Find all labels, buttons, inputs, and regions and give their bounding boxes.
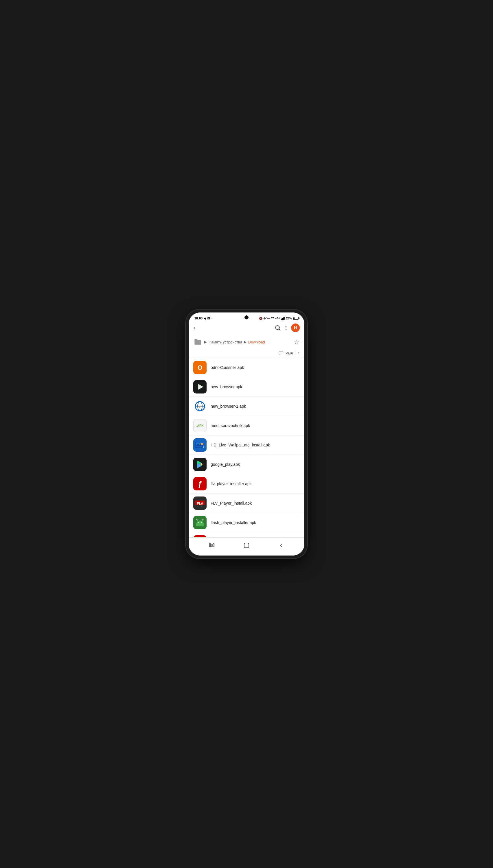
list-item[interactable]: f Flash_Player.apk: [189, 533, 304, 537]
svg-text:.APK: .APK: [196, 424, 204, 427]
nav-icon: ◀: [204, 317, 206, 320]
signal-bar-2: [282, 318, 283, 320]
file-name: new_browser-1.apk: [211, 404, 246, 409]
sort-direction-button[interactable]: ↑: [298, 351, 300, 355]
wifi-icon: ⊙: [263, 317, 265, 320]
svg-rect-52: [210, 543, 211, 547]
notification-icons: 🖼 •: [207, 317, 212, 320]
file-icon-ie: e: [193, 399, 207, 413]
file-icon-flv: FLV: [193, 497, 207, 510]
status-right: 🔇 ⊙ VoLTE 4G+ 26%: [259, 317, 299, 320]
list-item[interactable]: FLV FLV_Player_install.apk: [189, 494, 304, 513]
battery-fill: [293, 318, 295, 319]
list-item[interactable]: HD_Live_Wallpa...ate_install.apk: [189, 435, 304, 455]
phone-screen: 18:03 ◀ 🖼 • 🔇 ⊙ VoLTE 4G+ 26%: [189, 312, 304, 556]
phone-device: 18:03 ◀ 🖼 • 🔇 ⊙ VoLTE 4G+ 26%: [186, 309, 307, 559]
signal-bars: [281, 317, 285, 320]
svg-rect-55: [244, 543, 249, 548]
file-name: odnok1assniki.apk: [211, 365, 244, 370]
breadcrumb-arrow-1: ▶: [204, 340, 207, 344]
sort-label[interactable]: Имя: [285, 351, 293, 355]
list-item[interactable]: ƒ flv_player_installer.apk: [189, 474, 304, 494]
recent-apps-button[interactable]: [208, 541, 216, 550]
svg-text:O: O: [197, 364, 202, 371]
file-name: google_play.apk: [211, 462, 240, 467]
back-button-bottom[interactable]: [277, 541, 285, 550]
sort-bar: Имя ↑: [189, 349, 304, 358]
avatar[interactable]: H: [291, 324, 300, 332]
signal-bar-3: [283, 318, 284, 320]
breadcrumb-storage[interactable]: Память устройства: [209, 340, 242, 344]
breadcrumb-current-folder[interactable]: Download: [248, 340, 265, 344]
more-dot-2: [285, 327, 286, 328]
status-time: 18:03: [194, 317, 202, 320]
list-item[interactable]: O odnok1assniki.apk: [189, 358, 304, 377]
list-item[interactable]: flash_player_installer.apk: [189, 513, 304, 533]
svg-text:FLV: FLV: [197, 502, 203, 506]
svg-text:ƒ: ƒ: [198, 479, 202, 488]
file-name: flash_player_installer.apk: [211, 520, 256, 525]
list-item[interactable]: e new_browser-1.apk: [189, 397, 304, 416]
file-icon-flash-red: ƒ: [193, 477, 207, 491]
list-item[interactable]: google_play.apk: [189, 455, 304, 474]
signal-bar-4: [284, 317, 285, 320]
file-name: med_spravochnik.apk: [211, 423, 250, 428]
svg-rect-54: [213, 544, 214, 547]
more-dot-3: [285, 329, 286, 330]
more-options-button[interactable]: [285, 326, 286, 330]
sort-icon[interactable]: [279, 351, 283, 355]
top-nav-bar: ‹ H: [189, 321, 304, 334]
mute-icon: 🔇: [259, 317, 262, 320]
file-icon-flash-green: [193, 516, 207, 529]
nav-right: H: [275, 324, 300, 332]
svg-rect-40: [193, 535, 207, 537]
signal-bar-1: [281, 319, 282, 320]
file-icon-apk: .APK: [193, 419, 207, 432]
favorite-star-button[interactable]: ☆: [294, 338, 300, 346]
file-icon-hd: [193, 438, 207, 452]
file-icon-flash-red2: f: [193, 535, 207, 537]
file-icon-google-play: [193, 458, 207, 471]
file-name: FLV_Player_install.apk: [211, 501, 252, 505]
battery-percent-text: 26%: [286, 317, 292, 320]
svg-rect-22: [203, 447, 204, 448]
camera-notch: [244, 316, 249, 320]
back-button[interactable]: ‹: [193, 325, 195, 331]
bottom-nav-bar: [189, 537, 304, 556]
svg-rect-39: [196, 523, 204, 526]
home-button[interactable]: [242, 541, 251, 550]
list-item[interactable]: new_browser.apk: [189, 377, 304, 397]
nav-left: ‹: [193, 325, 195, 331]
network-text: VoLTE 4G+: [266, 317, 280, 320]
status-left: 18:03 ◀ 🖼 •: [194, 317, 212, 320]
file-name: flv_player_installer.apk: [211, 481, 252, 486]
file-list: O odnok1assniki.apk new_browser.apk: [189, 358, 304, 537]
search-button[interactable]: [275, 325, 281, 331]
file-name: HD_Live_Wallpa...ate_install.apk: [211, 443, 270, 447]
more-dot-1: [285, 326, 286, 327]
svg-rect-53: [211, 544, 212, 546]
home-folder-icon[interactable]: [193, 338, 202, 347]
svg-point-21: [201, 443, 203, 445]
list-item[interactable]: .APK med_spravochnik.apk: [189, 416, 304, 435]
svg-line-1: [279, 329, 280, 330]
file-icon-odnok: O: [193, 361, 207, 374]
breadcrumb-arrow-2: ▶: [244, 340, 246, 344]
file-name: new_browser.apk: [211, 385, 242, 389]
breadcrumb: ▶ Память устройства ▶ Download ☆: [189, 334, 304, 349]
battery-icon: [293, 317, 299, 320]
avatar-label: H: [294, 326, 297, 330]
svg-text:e: e: [199, 404, 201, 409]
file-icon-play-black: [193, 380, 207, 393]
